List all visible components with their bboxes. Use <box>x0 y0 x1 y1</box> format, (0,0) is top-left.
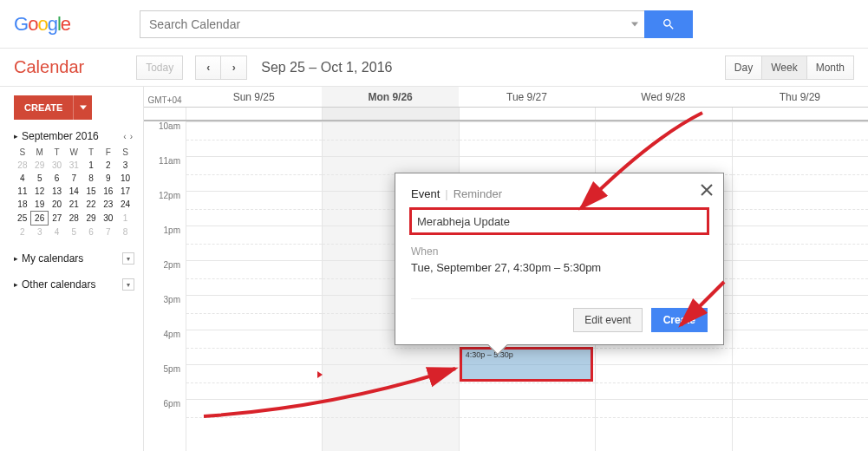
allday-cell[interactable] <box>186 108 322 120</box>
search-button[interactable] <box>644 10 693 38</box>
header: Google <box>0 0 868 49</box>
mini-cal-month[interactable]: September 2016 <box>22 130 121 142</box>
view-switcher: DayWeekMonth <box>725 56 854 80</box>
hour-label: 1pm <box>144 226 186 260</box>
hour-label: 2pm <box>144 260 186 295</box>
mini-day[interactable]: 11 <box>14 185 31 198</box>
create-dropdown[interactable] <box>73 95 92 120</box>
mini-day[interactable]: 19 <box>31 198 49 212</box>
mini-day[interactable]: 28 <box>14 159 31 172</box>
prev-button[interactable]: ‹ <box>195 56 221 80</box>
allday-cell[interactable] <box>595 108 731 120</box>
mini-day[interactable]: 2 <box>14 226 31 239</box>
mini-day[interactable]: 25 <box>14 212 31 226</box>
mini-day[interactable]: 14 <box>65 185 82 198</box>
tab-event[interactable]: Event <box>411 187 440 200</box>
view-week[interactable]: Week <box>762 56 806 80</box>
next-button[interactable]: › <box>221 56 247 80</box>
mini-day[interactable]: 17 <box>117 185 134 198</box>
mini-day[interactable]: 1 <box>117 212 134 226</box>
mini-day[interactable]: 30 <box>49 159 66 172</box>
allday-cell[interactable] <box>322 108 458 120</box>
day-column[interactable] <box>186 121 322 451</box>
dropdown-icon[interactable]: ▾ <box>122 252 134 265</box>
mini-day[interactable]: 30 <box>100 212 117 226</box>
other-calendars-toggle[interactable]: ▸ Other calendars ▾ <box>14 278 134 291</box>
google-logo[interactable]: Google <box>14 13 70 36</box>
triangle-icon: ▸ <box>14 132 18 141</box>
hour-label: 12pm <box>144 191 186 226</box>
edit-event-button[interactable]: Edit event <box>573 308 642 332</box>
event-block[interactable]: 4:30p – 5:30p <box>460 347 593 382</box>
mini-day[interactable]: 26 <box>31 212 49 226</box>
when-label: When <box>411 245 708 258</box>
nav-group: ‹ › <box>195 56 247 80</box>
mini-day[interactable]: 4 <box>14 172 31 185</box>
mini-day[interactable]: 8 <box>117 226 134 239</box>
mini-day[interactable]: 5 <box>31 172 49 185</box>
view-month[interactable]: Month <box>807 56 854 80</box>
day-header[interactable]: Tue 9/27 <box>459 87 595 107</box>
mini-day[interactable]: 23 <box>100 198 117 212</box>
toolbar: Calendar Today ‹ › Sep 25 – Oct 1, 2016 … <box>0 49 868 87</box>
mini-day[interactable]: 24 <box>117 198 134 212</box>
create-button[interactable]: CREATE <box>14 95 73 120</box>
close-icon <box>701 184 713 196</box>
when-text: Tue, September 27, 4:30pm – 5:30pm <box>411 261 708 274</box>
day-header[interactable]: Sun 9/25 <box>186 87 322 107</box>
triangle-icon: ▸ <box>14 254 18 263</box>
mini-day[interactable]: 21 <box>65 198 82 212</box>
allday-cell[interactable] <box>732 108 868 120</box>
mini-day[interactable]: 9 <box>100 172 117 185</box>
mini-calendar[interactable]: SMTWTFS 28293031123456789101112131415161… <box>14 146 134 239</box>
mini-day[interactable]: 1 <box>82 159 100 172</box>
hour-label: 5pm <box>144 364 186 399</box>
mini-day[interactable]: 15 <box>82 185 100 198</box>
date-range: Sep 25 – Oct 1, 2016 <box>261 60 392 75</box>
close-button[interactable] <box>701 184 713 199</box>
mini-day[interactable]: 4 <box>49 226 66 239</box>
today-button[interactable]: Today <box>136 56 183 80</box>
search-input[interactable] <box>140 10 625 38</box>
mini-day[interactable]: 5 <box>65 226 82 239</box>
mini-day[interactable]: 13 <box>49 185 66 198</box>
my-calendars-toggle[interactable]: ▸ My calendars ▾ <box>14 252 134 265</box>
search-icon <box>662 17 675 31</box>
tab-reminder[interactable]: Reminder <box>454 187 502 200</box>
day-header[interactable]: Mon 9/26 <box>322 87 458 107</box>
mini-day[interactable]: 6 <box>82 226 100 239</box>
mini-day[interactable]: 29 <box>82 212 100 226</box>
mini-day[interactable]: 10 <box>117 172 134 185</box>
mini-day[interactable]: 31 <box>65 159 82 172</box>
search-options-caret[interactable] <box>625 10 644 38</box>
mini-next[interactable]: › <box>128 132 134 141</box>
mini-day[interactable]: 22 <box>82 198 100 212</box>
mini-day[interactable]: 7 <box>100 226 117 239</box>
hour-label: 6pm <box>144 399 186 434</box>
mini-day[interactable]: 3 <box>31 226 49 239</box>
allday-cell[interactable] <box>459 108 595 120</box>
mini-day[interactable]: 29 <box>31 159 49 172</box>
mini-day[interactable]: 12 <box>31 185 49 198</box>
mini-day[interactable]: 7 <box>65 172 82 185</box>
dropdown-icon[interactable]: ▾ <box>122 278 134 291</box>
mini-day[interactable]: 2 <box>100 159 117 172</box>
day-header[interactable]: Thu 9/29 <box>732 87 868 107</box>
view-day[interactable]: Day <box>725 56 762 80</box>
day-column[interactable] <box>732 121 868 451</box>
new-event-popup: Event | Reminder When Tue, September 27,… <box>395 173 724 345</box>
day-header[interactable]: Wed 9/28 <box>595 87 731 107</box>
mini-day[interactable]: 27 <box>49 212 66 226</box>
mini-day[interactable]: 3 <box>117 159 134 172</box>
mini-day[interactable]: 20 <box>49 198 66 212</box>
create-event-button[interactable]: Create <box>651 308 708 332</box>
app-title[interactable]: Calendar <box>14 57 84 77</box>
mini-day[interactable]: 28 <box>65 212 82 226</box>
mini-day[interactable]: 6 <box>49 172 66 185</box>
mini-prev[interactable]: ‹ <box>121 132 127 141</box>
mini-day[interactable]: 8 <box>82 172 100 185</box>
mini-day[interactable]: 18 <box>14 198 31 212</box>
event-title-input[interactable] <box>411 209 708 233</box>
now-indicator <box>317 371 323 378</box>
mini-day[interactable]: 16 <box>100 185 117 198</box>
